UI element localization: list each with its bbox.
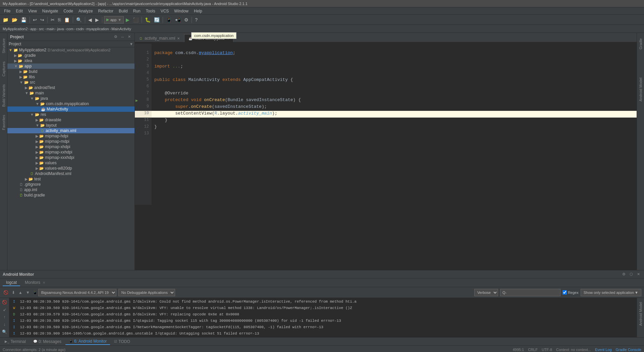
show-only-btn[interactable]: Show only selected application ▼	[581, 289, 641, 296]
tree-item-root[interactable]: ▼ 📁 MyApplication2 D:\android_workspace\…	[7, 47, 135, 53]
tree-item-mipmap-xhdpi[interactable]: ▶ 📂 mipmap-xhdpi	[7, 144, 135, 149]
gradle-console-link[interactable]: Gradle Console	[616, 348, 641, 352]
log-level-select[interactable]: Verbose Debug Info Warn Error	[474, 289, 498, 296]
tree-item-gitignore[interactable]: 🗋 .gitignore	[7, 182, 135, 187]
logcat-clear-btn[interactable]: 🚫	[3, 290, 9, 296]
menu-tools[interactable]: Tools	[143, 8, 158, 14]
log-content[interactable]: I 12-03 08:20:39.569 920-1641/com.google…	[9, 298, 637, 337]
monitors-tab[interactable]: Monitors ✕	[21, 279, 49, 286]
bc-item-4[interactable]: main	[47, 27, 55, 31]
sdk-btn[interactable]: 📱	[165, 16, 173, 23]
tab-close-activity-main[interactable]: ✕	[177, 37, 180, 40]
prev-btn[interactable]: ◀	[87, 16, 93, 23]
vert-tab-android-model[interactable]: Android Model	[638, 75, 643, 104]
vert-tab-captures[interactable]: Captures	[1, 59, 6, 79]
app-dropdown[interactable]: No Debuggable Applications	[118, 289, 175, 296]
logcat-down-btn[interactable]: ▼	[25, 290, 31, 296]
avd-btn[interactable]: 📲	[174, 16, 182, 23]
logcat-up-btn[interactable]: ▲	[18, 290, 23, 296]
logcat-scroll-btn[interactable]: ⬇	[11, 290, 16, 296]
bottom-tab-terminal[interactable]: ▶_ Terminal	[1, 339, 29, 345]
menu-analyze[interactable]: Analyze	[76, 8, 96, 14]
bc-item-7[interactable]: csdn	[76, 27, 84, 31]
tree-item-values-w820[interactable]: ▶ 📂 values-w820dp	[7, 166, 135, 171]
menu-build[interactable]: Build	[116, 8, 130, 14]
logcat-side-btn-2[interactable]: ↙	[2, 307, 7, 313]
tree-item-main[interactable]: ▼ 📂 main	[7, 90, 135, 96]
bc-item-2[interactable]: app	[30, 27, 36, 31]
menu-edit[interactable]: Edit	[13, 8, 25, 14]
android-monitor-close-btn[interactable]: ✕	[636, 272, 641, 277]
tree-item-res[interactable]: ▼ 📂 res	[7, 112, 135, 117]
paste-btn[interactable]: 📋	[63, 16, 71, 23]
android-model-vert-tab[interactable]: Android Model	[638, 299, 643, 328]
logcat-side-btn-5[interactable]: 🔍	[1, 329, 8, 335]
stop-btn[interactable]: ⬛	[131, 16, 140, 23]
log-search-input[interactable]	[500, 289, 560, 296]
tree-item-mipmap-hdpi[interactable]: ▶ 📂 mipmap-hdpi	[7, 133, 135, 139]
project-panel-close-btn[interactable]: ✕	[127, 34, 132, 39]
tab-activity-main[interactable]: 🗋 activity_main.xml ✕	[135, 34, 184, 42]
menu-window[interactable]: Window	[171, 8, 191, 14]
tree-item-androidtest[interactable]: ▶ 📂 androidTest	[7, 85, 135, 90]
open-btn[interactable]: 📂	[10, 16, 19, 23]
bottom-tab-android-monitor[interactable]: 📱 6: Android Monitor	[65, 338, 110, 345]
vert-tab-structure[interactable]: Structure	[1, 36, 6, 56]
bc-item-9[interactable]: MainActivity	[111, 27, 131, 31]
bc-item-3[interactable]: src	[39, 27, 44, 31]
cut-btn[interactable]: ✂	[49, 16, 56, 23]
run-gutter-icon[interactable]: ▶	[136, 98, 138, 103]
tree-item-build[interactable]: ▶ 📂 build	[7, 69, 135, 74]
project-panel-expand-btn[interactable]: ↔	[120, 35, 125, 39]
logcat-side-btn-3[interactable]: ↑	[3, 314, 6, 320]
vert-tab-build-variants[interactable]: Build Variants	[1, 82, 6, 109]
tree-item-libs[interactable]: ▶ 📂 libs	[7, 74, 135, 80]
menu-help[interactable]: Help	[191, 8, 205, 14]
code-editor[interactable]: 1 package com.csdn.myapplication; 2 3 im…	[135, 42, 637, 270]
tree-item-java[interactable]: ▼ 📂 java	[7, 96, 135, 101]
android-monitor-settings-btn[interactable]: ⚙	[621, 272, 627, 277]
bottom-tab-todo[interactable]: ☑ TODO	[111, 339, 133, 345]
logcat-side-btn-4[interactable]: ↓	[3, 321, 6, 327]
tree-item-idea[interactable]: ▶ 📂 .idea	[7, 58, 135, 63]
menu-view[interactable]: View	[25, 8, 40, 14]
tree-item-build-gradle[interactable]: 🗋 build.gradle	[7, 192, 135, 198]
menu-run[interactable]: Run	[130, 8, 143, 14]
logcat-tab[interactable]: logcat	[3, 279, 20, 286]
monitors-tab-close[interactable]: ✕	[43, 281, 45, 284]
undo-btn[interactable]: ↩	[32, 16, 38, 23]
android-monitor-restore-btn[interactable]: ⬡	[628, 272, 634, 277]
tree-item-app-iml[interactable]: 🗋 app.iml	[7, 187, 135, 192]
tree-item-mipmap-xxhdpi[interactable]: ▶ 📂 mipmap-xxhdpi	[7, 149, 135, 155]
bottom-tab-messages[interactable]: 💬 0: Messages	[30, 339, 65, 345]
device-selector[interactable]: 📱 Bigsamsung Nexus Android 4.4.2, API 19	[33, 289, 116, 296]
tree-item-src[interactable]: ▼ 📂 src	[7, 80, 135, 85]
logcat-side-btn-1[interactable]: 🚫	[1, 299, 8, 305]
new-project-btn[interactable]: 📁	[1, 16, 10, 23]
app-selector[interactable]: ▶ app ▼	[104, 16, 124, 24]
tree-item-mainactivity[interactable]: ☕ MainActivity	[7, 106, 135, 112]
help-btn[interactable]: ?	[194, 16, 199, 23]
menu-navigate[interactable]: Navigate	[40, 8, 61, 14]
next-btn[interactable]: ▶	[94, 16, 100, 23]
tree-item-manifest[interactable]: 🗋 AndroidManifest.xml	[7, 171, 135, 176]
debug-btn[interactable]: 🐛	[144, 16, 152, 23]
run-btn[interactable]: ▶	[124, 16, 131, 23]
save-btn[interactable]: 💾	[19, 16, 28, 23]
bc-item-6[interactable]: com	[66, 27, 73, 31]
menu-vcs[interactable]: VCS	[158, 8, 172, 14]
tree-item-values[interactable]: ▶ 📂 values	[7, 160, 135, 166]
search-btn[interactable]: 🔍	[75, 16, 83, 23]
tree-item-gradle-dir[interactable]: ▶ 📂 .gradle	[7, 53, 135, 58]
regex-checkbox[interactable]	[562, 290, 567, 295]
project-type-selector[interactable]: Project ▼	[7, 41, 135, 47]
menu-code[interactable]: Code	[61, 8, 76, 14]
redo-btn[interactable]: ↪	[39, 16, 46, 23]
tree-item-mipmap-mdpi[interactable]: ▶ 📂 mipmap-mdpi	[7, 139, 135, 144]
vert-tab-favorites[interactable]: Favorites	[1, 112, 6, 133]
bc-item-8[interactable]: myapplication	[86, 27, 109, 31]
tree-item-test[interactable]: ▶ 📂 test	[7, 176, 135, 182]
project-panel-settings-btn[interactable]: ⚙	[113, 34, 118, 39]
tree-item-layout[interactable]: ▼ 📂 layout	[7, 123, 135, 128]
tree-item-mipmap-xxxhdpi[interactable]: ▶ 📂 mipmap-xxxhdpi	[7, 155, 135, 160]
